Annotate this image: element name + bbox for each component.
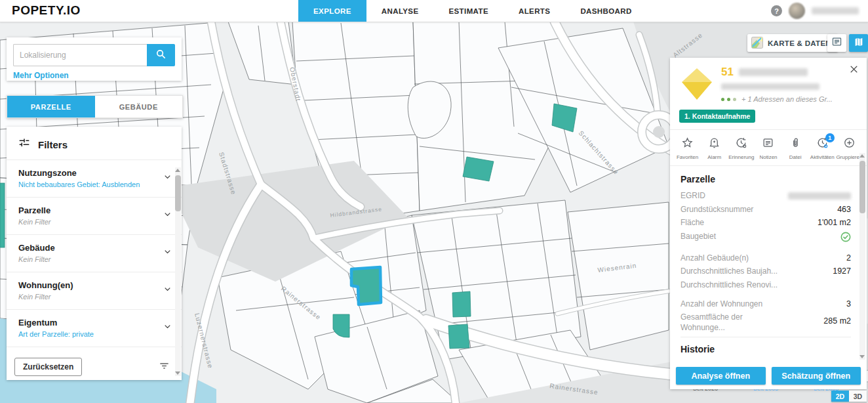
detail-row-baugebiet: Baugebiet bbox=[681, 232, 851, 245]
action-datei[interactable]: Datei bbox=[782, 137, 809, 160]
bell-plus-icon bbox=[708, 137, 720, 152]
detail-row: Fläche 1'001 m2 bbox=[681, 218, 851, 228]
filter-title: Parzelle bbox=[18, 205, 155, 215]
highlighted-parcel[interactable] bbox=[0, 183, 5, 247]
sidebar-scrollbar[interactable] bbox=[175, 167, 181, 376]
filter-item-nutzungszone[interactable]: Nutzungszone Nicht bebaubares Gebiet: Au… bbox=[7, 160, 182, 198]
scroll-down-icon[interactable] bbox=[175, 371, 180, 375]
detail-row: Durchschnittliches Renovi... bbox=[681, 280, 851, 291]
address-line2-blurred bbox=[721, 83, 819, 90]
search-panel: Mehr Optionen bbox=[7, 37, 182, 81]
sidebar-tabs: PARZELLE GEBÄUDE bbox=[7, 95, 183, 118]
scroll-up-icon[interactable] bbox=[859, 154, 865, 158]
filter-subtitle: Kein Filter bbox=[18, 218, 155, 226]
section-title-parzelle: Parzelle bbox=[681, 174, 851, 184]
chevron-down-icon bbox=[163, 209, 172, 222]
panel-actions: Favoriten Alarm Erinnerung Notizen Datei… bbox=[670, 130, 867, 166]
tab-gebaeude[interactable]: GEBÄUDE bbox=[95, 96, 183, 117]
toggle-3d[interactable]: 3D bbox=[849, 391, 867, 402]
highlighted-parcel[interactable] bbox=[452, 291, 471, 317]
detail-row: Anzahl Gebäude(n) 2 bbox=[681, 253, 851, 264]
user-name-blurred bbox=[812, 7, 859, 14]
action-notizen[interactable]: Notizen bbox=[755, 137, 781, 160]
chevron-down-icon bbox=[163, 172, 172, 184]
address-blurred bbox=[739, 68, 808, 76]
action-favoriten[interactable]: Favoriten bbox=[674, 137, 701, 160]
filter-title: Nutzungszone bbox=[18, 168, 155, 178]
filter-subtitle: Kein Filter bbox=[18, 255, 155, 263]
tune-icon bbox=[18, 137, 30, 152]
contact-status-badge[interactable]: 1. Kontaktaufnahme bbox=[679, 110, 755, 123]
status-dot bbox=[727, 98, 730, 101]
search-button[interactable] bbox=[147, 44, 175, 66]
filter-item-wohnungen[interactable]: Wohnung(en) Kein Filter bbox=[7, 272, 182, 310]
action-gruppieren[interactable]: Gruppieren bbox=[836, 137, 863, 160]
legend-list-button[interactable] bbox=[827, 34, 846, 52]
chevron-down-icon bbox=[163, 322, 172, 334]
paperclip-icon bbox=[789, 137, 802, 152]
open-estimate-button[interactable]: Schätzung öffnen bbox=[772, 367, 861, 385]
filter-item-parzelle[interactable]: Parzelle Kein Filter bbox=[7, 198, 182, 235]
filter-title: Eigentum bbox=[18, 318, 155, 328]
action-alarm[interactable]: Alarm bbox=[701, 137, 728, 160]
karte-daten-button[interactable]: KARTE & DATEN bbox=[747, 34, 838, 52]
tab-analyse[interactable]: ANALYSE bbox=[366, 0, 434, 22]
tab-estimate[interactable]: ESTIMATE bbox=[433, 0, 503, 22]
detail-row-egrid: EGRID bbox=[681, 191, 851, 202]
tab-alerts[interactable]: ALERTS bbox=[503, 0, 565, 22]
avatar[interactable] bbox=[789, 3, 805, 19]
reset-button[interactable]: Zurücksetzen bbox=[14, 358, 82, 376]
status-dot bbox=[733, 98, 736, 101]
main-nav: EXPLORE ANALYSE ESTIMATE ALERTS DASHBOAR… bbox=[298, 0, 647, 22]
parcel-details: Parzelle EGRID Grundstücksnummer 463 Flä… bbox=[670, 166, 867, 392]
activity-count-badge: 1 bbox=[825, 133, 835, 142]
search-input[interactable] bbox=[13, 44, 147, 66]
filters-panel: Filters Nutzungszone Nicht bebaubares Ge… bbox=[7, 127, 182, 380]
scroll-down-icon[interactable] bbox=[859, 355, 865, 358]
parcel-number: 51 bbox=[721, 66, 734, 79]
toggle-2d[interactable]: 2D bbox=[831, 391, 849, 402]
detail-row: Gesamtfläche der Wohnunge... 285 m2 bbox=[681, 312, 851, 333]
map-mode-button[interactable] bbox=[849, 34, 868, 52]
filter-subtitle: Kein Filter bbox=[18, 293, 155, 301]
highlighted-parcel[interactable] bbox=[448, 324, 469, 349]
action-aktivitaeten[interactable]: 1 Aktivitäten bbox=[809, 137, 836, 160]
panel-scrollbar[interactable] bbox=[859, 153, 865, 360]
egrid-value-blurred bbox=[788, 192, 851, 200]
top-navbar: POPETY.IO EXPLORE ANALYSE ESTIMATE ALERT… bbox=[0, 0, 868, 22]
parcel-detail-panel: 51 + 1 Adressen an dieses Gr... 1. Konta… bbox=[670, 58, 867, 389]
filter-list-icon[interactable] bbox=[159, 360, 170, 374]
detail-row: Durchschnittliches Baujah... 1927 bbox=[681, 266, 851, 277]
status-dot bbox=[721, 98, 724, 101]
history-gear-icon bbox=[735, 137, 747, 152]
parcel-marker-icon bbox=[679, 66, 715, 101]
check-circle-icon bbox=[840, 232, 851, 245]
folded-map-icon bbox=[854, 37, 864, 50]
filter-subtitle: Nicht bebaubares Gebiet: Ausblenden bbox=[18, 180, 155, 188]
open-analysis-button[interactable]: Analyse öffnen bbox=[676, 367, 766, 385]
plus-circle-icon bbox=[843, 137, 856, 152]
filter-subtitle: Art der Parzelle: private bbox=[18, 330, 155, 338]
detail-row: Anzahl der Wohnungen 3 bbox=[681, 299, 851, 310]
list-icon bbox=[831, 36, 842, 50]
chevron-down-icon bbox=[163, 247, 172, 259]
app-logo: POPETY.IO bbox=[12, 3, 81, 18]
action-erinnerung[interactable]: Erinnerung bbox=[728, 137, 755, 160]
filter-item-gebaeude[interactable]: Gebäude Kein Filter bbox=[7, 235, 182, 272]
dimension-toggle: 2D 3D bbox=[831, 391, 867, 402]
filter-item-eigentum[interactable]: Eigentum Art der Parzelle: private bbox=[7, 310, 182, 347]
highlighted-parcel[interactable] bbox=[463, 157, 494, 181]
close-icon[interactable] bbox=[849, 64, 859, 77]
chevron-down-icon bbox=[163, 284, 172, 297]
search-icon bbox=[155, 49, 167, 62]
detail-row: Grundstücksnummer 463 bbox=[681, 205, 851, 215]
karte-daten-label: KARTE & DATEN bbox=[768, 39, 831, 47]
tab-parzelle[interactable]: PARZELLE bbox=[7, 96, 95, 117]
filter-title: Wohnung(en) bbox=[18, 280, 155, 290]
scroll-up-icon[interactable] bbox=[175, 169, 180, 172]
more-options-link[interactable]: Mehr Optionen bbox=[13, 71, 69, 80]
tab-dashboard[interactable]: DASHBOARD bbox=[565, 0, 646, 22]
tab-explore[interactable]: EXPLORE bbox=[298, 0, 366, 22]
help-icon[interactable]: ? bbox=[771, 5, 782, 16]
section-title-historie: Historie bbox=[681, 344, 851, 354]
